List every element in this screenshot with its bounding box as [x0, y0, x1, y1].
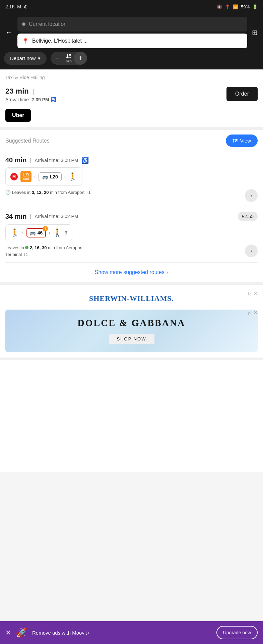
route-card-2[interactable]: 34 min | Arrival time: 3:02 PM €2.55 🚶 ›…	[5, 207, 258, 263]
green-dot-icon	[25, 246, 28, 249]
order-button[interactable]: Order	[226, 87, 258, 101]
route-1-nav-button[interactable]: ›	[245, 189, 258, 202]
route-1-duration: 40 min	[5, 156, 26, 164]
rocket-icon: 🚀	[16, 627, 27, 638]
upgrade-label: Upgrade now	[223, 630, 251, 635]
time-unit: min	[66, 59, 72, 63]
origin-dot-icon	[22, 22, 25, 26]
destination-pin-icon: 📍	[22, 38, 29, 44]
depart-label: Depart now	[10, 55, 36, 61]
walk-num: 9	[65, 230, 67, 235]
status-left: 2:16 M ⊕	[5, 4, 28, 9]
route-1-arrival: Arrival time: 3:08 PM	[35, 158, 78, 163]
dg-ad-controls: ▷ ✕	[248, 310, 258, 316]
taxi-arrival-time: 2:39 PM	[31, 97, 49, 102]
filter-button[interactable]: ⊞	[251, 27, 259, 38]
dg-ad-close[interactable]: ✕	[253, 310, 258, 316]
taxi-arrival-label: Arrival time:	[5, 97, 30, 102]
walk-icon-2: 🚶	[10, 228, 19, 237]
show-more-button[interactable]: Show more suggested routes ›	[95, 269, 168, 275]
bottom-controls: Depart now ▾ − 15 min +	[4, 52, 259, 65]
search-inputs: Current location 📍 Bellvige, L'Hospitale…	[17, 17, 247, 48]
origin-text: Current location	[29, 21, 243, 27]
status-time: 2:16	[5, 4, 14, 9]
sherwin-ad-controls: ▷ ✕	[248, 290, 258, 297]
location-icon: 📍	[225, 4, 230, 9]
chrome-icon: ⊕	[24, 4, 28, 9]
taxi-arrival: Arrival time: 2:39 PM ♿	[5, 97, 56, 102]
view-label: View	[240, 138, 251, 144]
battery-icon: 🔋	[252, 4, 258, 9]
status-right: 🔇 📍 📶 59% 🔋	[217, 4, 258, 9]
line-l9-pill: L9 Sud	[20, 171, 31, 182]
arrow-icon-1: ›	[34, 174, 36, 179]
upgrade-button[interactable]: Upgrade now	[216, 626, 258, 639]
search-row: ← Current location 📍 Bellvige, L'Hospita…	[4, 17, 259, 48]
arrow-icon-3: ›	[22, 230, 24, 235]
gmail-icon: M	[17, 4, 21, 9]
line-46-pill: 🚌 46 i	[26, 228, 46, 237]
filter-icon: ⊞	[252, 29, 258, 36]
route-2-times: 2, 16, 30	[30, 245, 47, 250]
walk-icon-1: 🚶	[68, 172, 77, 181]
suggested-header: Suggested Routes 🗺 View	[5, 135, 258, 147]
bottom-banner: ✕ 🚀 Remove ads with Moovit+ Upgrade now	[0, 621, 263, 644]
taxi-section-label: Taxi & Ride Hailing	[0, 69, 263, 83]
info-badge: i	[43, 226, 48, 231]
route-2-left: 34 min | Arrival time: 3:02 PM	[5, 213, 78, 220]
bus-icon-2: 🚌	[30, 230, 36, 235]
arrow-icon-4: ›	[49, 230, 50, 235]
destination-text: Bellvige, L'Hospitalet ...	[32, 38, 243, 44]
route-1-pills: M L9 Sud › 🚌 L20 › 🚶	[5, 167, 82, 186]
depart-now-button[interactable]: Depart now ▾	[4, 52, 47, 65]
metro-icon: M	[10, 173, 18, 180]
route-2-leaves-text: Leaves in 2, 16, 30 min from Aeroport -T…	[5, 245, 242, 258]
time-minus-button[interactable]: −	[51, 52, 64, 65]
route-card-1-header: 40 min | Arrival time: 3:08 PM ♿	[5, 156, 258, 164]
view-button[interactable]: 🗺 View	[226, 135, 258, 147]
route-1-times: 3, 12, 20	[32, 190, 49, 195]
accessibility-icon: ♿	[51, 97, 56, 102]
time-value: 15	[66, 53, 72, 59]
ad-play-icon: ▷	[248, 291, 251, 296]
sherwin-ad-close[interactable]: ✕	[253, 290, 258, 297]
origin-field[interactable]: Current location	[17, 17, 247, 32]
banner-close-button[interactable]: ✕	[5, 629, 11, 637]
battery-text: 59%	[241, 4, 250, 9]
arrow-icon-2: ›	[64, 174, 66, 179]
taxi-duration: 23 min	[5, 87, 29, 95]
dolce-gabbana-ad: ▷ ✕ DOLCE & GABBANA SHOP NOW	[5, 310, 258, 352]
line-l20-pill: 🚌 L20	[39, 172, 62, 181]
taxi-route-header: 23 min | Arrival time: 2:39 PM ♿ Order	[5, 87, 258, 102]
chevron-down-icon: ▾	[38, 55, 41, 61]
route-2-arrival: Arrival time: 3:02 PM	[35, 214, 78, 219]
route-1-leaves-text: 🕐 Leaves in 3, 12, 20 min from Aeroport …	[5, 189, 242, 196]
suggested-title: Suggested Routes	[5, 138, 50, 144]
route-1-left: 40 min | Arrival time: 3:08 PM ♿	[5, 156, 89, 164]
route-2-price: €2.55	[238, 212, 258, 221]
clock-icon: 🕐	[5, 190, 11, 195]
dg-shop-button[interactable]: SHOP NOW	[109, 334, 154, 344]
back-button[interactable]: ←	[4, 27, 14, 38]
route-1-accessible-icon: ♿	[81, 157, 89, 164]
route-card-1[interactable]: 40 min | Arrival time: 3:08 PM ♿ M L9 Su…	[5, 152, 258, 207]
sherwin-title: SHERWIN-WILLIAMS.	[9, 294, 254, 303]
time-display: 15 min	[64, 52, 74, 64]
chevron-right-icon: ›	[167, 269, 168, 275]
banner-text: Remove ads with Moovit+	[32, 630, 212, 636]
time-controls: − 15 min +	[51, 52, 87, 65]
sherwin-ad: ▷ ✕ SHERWIN-WILLIAMS.	[5, 290, 258, 307]
dg-play-icon: ▷	[248, 311, 251, 315]
header: ← Current location 📍 Bellvige, L'Hospita…	[0, 13, 263, 69]
order-label: Order	[235, 91, 249, 97]
show-more-label: Show more suggested routes	[95, 269, 165, 275]
map-icon: 🗺	[233, 138, 238, 144]
signal-icon: 📶	[233, 4, 238, 9]
main-content: Taxi & Ride Hailing 23 min | Arrival tim…	[0, 69, 263, 472]
route-2-duration: 34 min	[5, 213, 26, 220]
time-plus-button[interactable]: +	[74, 52, 87, 65]
walk-icon-3: 🚶	[53, 228, 62, 237]
ads-section: ▷ ✕ SHERWIN-WILLIAMS. ▷ ✕ DOLCE & GABBAN…	[0, 285, 263, 360]
destination-field[interactable]: 📍 Bellvige, L'Hospitalet ...	[17, 34, 247, 48]
route-2-nav-button[interactable]: ›	[245, 245, 258, 257]
